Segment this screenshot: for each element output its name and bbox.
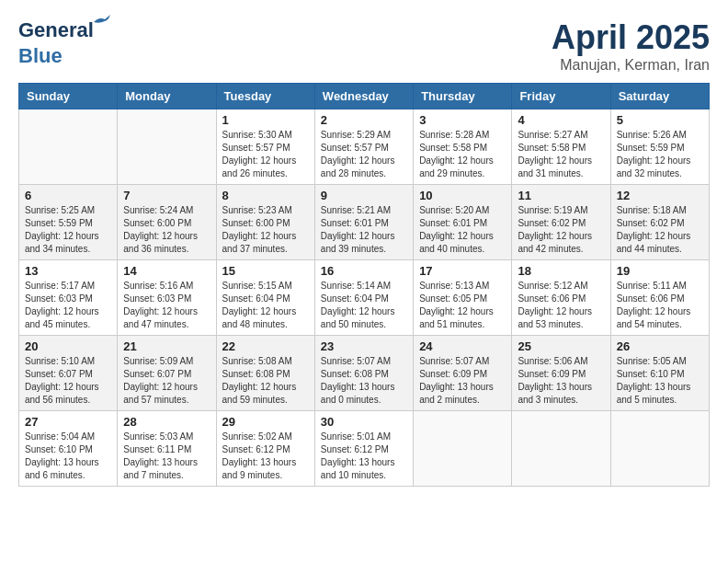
calendar-cell: 22Sunrise: 5:08 AM Sunset: 6:08 PM Dayli…: [216, 336, 314, 411]
day-number: 8: [222, 189, 309, 202]
day-number: 6: [25, 189, 111, 202]
logo: General Blue: [18, 18, 94, 68]
calendar-cell: 23Sunrise: 5:07 AM Sunset: 6:08 PM Dayli…: [314, 336, 413, 411]
calendar-week-row: 1Sunrise: 5:30 AM Sunset: 5:57 PM Daylig…: [19, 109, 710, 185]
day-number: 22: [222, 339, 309, 353]
calendar-cell: 9Sunrise: 5:21 AM Sunset: 6:01 PM Daylig…: [314, 185, 413, 260]
calendar-header-thursday: Thursday: [414, 84, 512, 109]
calendar-cell: [512, 411, 610, 487]
day-info: Sunrise: 5:27 AM Sunset: 5:58 PM Dayligh…: [518, 129, 604, 180]
day-number: 26: [617, 339, 703, 353]
day-number: 11: [518, 189, 604, 202]
calendar-cell: 7Sunrise: 5:24 AM Sunset: 6:00 PM Daylig…: [118, 185, 216, 260]
calendar-cell: 28Sunrise: 5:03 AM Sunset: 6:11 PM Dayli…: [118, 411, 216, 487]
day-number: 9: [321, 189, 407, 202]
day-info: Sunrise: 5:09 AM Sunset: 6:07 PM Dayligh…: [123, 355, 210, 407]
day-info: Sunrise: 5:18 AM Sunset: 6:02 PM Dayligh…: [617, 204, 703, 256]
calendar-cell: 10Sunrise: 5:20 AM Sunset: 6:01 PM Dayli…: [414, 185, 512, 260]
day-info: Sunrise: 5:08 AM Sunset: 6:08 PM Dayligh…: [222, 355, 309, 407]
calendar-header-saturday: Saturday: [610, 84, 709, 109]
calendar-cell: 14Sunrise: 5:16 AM Sunset: 6:03 PM Dayli…: [118, 260, 216, 336]
calendar-cell: 15Sunrise: 5:15 AM Sunset: 6:04 PM Dayli…: [216, 260, 314, 336]
day-number: 12: [617, 189, 703, 202]
logo-blue: Blue: [18, 44, 63, 68]
calendar-header-wednesday: Wednesday: [314, 84, 413, 109]
day-info: Sunrise: 5:29 AM Sunset: 5:57 PM Dayligh…: [321, 129, 407, 180]
day-info: Sunrise: 5:23 AM Sunset: 6:00 PM Dayligh…: [222, 204, 309, 256]
calendar-cell: 5Sunrise: 5:26 AM Sunset: 5:59 PM Daylig…: [610, 109, 709, 185]
day-info: Sunrise: 5:25 AM Sunset: 5:59 PM Dayligh…: [25, 204, 111, 256]
calendar-cell: 11Sunrise: 5:19 AM Sunset: 6:02 PM Dayli…: [512, 185, 610, 260]
calendar-cell: 19Sunrise: 5:11 AM Sunset: 6:06 PM Dayli…: [610, 260, 709, 336]
calendar-cell: 24Sunrise: 5:07 AM Sunset: 6:09 PM Dayli…: [414, 336, 512, 411]
calendar-week-row: 20Sunrise: 5:10 AM Sunset: 6:07 PM Dayli…: [19, 336, 710, 411]
day-info: Sunrise: 5:01 AM Sunset: 6:12 PM Dayligh…: [321, 431, 407, 482]
day-info: Sunrise: 5:07 AM Sunset: 6:08 PM Dayligh…: [321, 355, 407, 407]
calendar-week-row: 6Sunrise: 5:25 AM Sunset: 5:59 PM Daylig…: [19, 185, 710, 260]
calendar-cell: 1Sunrise: 5:30 AM Sunset: 5:57 PM Daylig…: [216, 109, 314, 185]
day-info: Sunrise: 5:28 AM Sunset: 5:58 PM Dayligh…: [419, 129, 506, 180]
day-info: Sunrise: 5:03 AM Sunset: 6:11 PM Dayligh…: [123, 431, 210, 482]
calendar-cell: [610, 411, 709, 487]
calendar-cell: 8Sunrise: 5:23 AM Sunset: 6:00 PM Daylig…: [216, 185, 314, 260]
calendar-header-monday: Monday: [118, 84, 216, 109]
day-number: 20: [25, 339, 111, 353]
calendar-cell: 12Sunrise: 5:18 AM Sunset: 6:02 PM Dayli…: [610, 185, 709, 260]
month-title: April 2025: [552, 18, 710, 57]
calendar-cell: 17Sunrise: 5:13 AM Sunset: 6:05 PM Dayli…: [414, 260, 512, 336]
calendar-cell: 18Sunrise: 5:12 AM Sunset: 6:06 PM Dayli…: [512, 260, 610, 336]
day-number: 3: [419, 113, 506, 127]
day-info: Sunrise: 5:20 AM Sunset: 6:01 PM Dayligh…: [419, 204, 506, 256]
calendar-cell: 16Sunrise: 5:14 AM Sunset: 6:04 PM Dayli…: [314, 260, 413, 336]
day-number: 27: [25, 415, 111, 429]
day-number: 14: [123, 264, 210, 278]
calendar-header-friday: Friday: [512, 84, 610, 109]
day-number: 19: [617, 264, 703, 278]
day-number: 29: [222, 415, 309, 429]
calendar-cell: [118, 109, 216, 185]
calendar-cell: 27Sunrise: 5:04 AM Sunset: 6:10 PM Dayli…: [19, 411, 118, 487]
day-number: 21: [123, 339, 210, 353]
day-info: Sunrise: 5:13 AM Sunset: 6:05 PM Dayligh…: [419, 280, 506, 331]
calendar-cell: 21Sunrise: 5:09 AM Sunset: 6:07 PM Dayli…: [118, 336, 216, 411]
day-number: 4: [518, 113, 604, 127]
day-number: 5: [617, 113, 703, 127]
day-number: 18: [518, 264, 604, 278]
day-info: Sunrise: 5:11 AM Sunset: 6:06 PM Dayligh…: [617, 280, 703, 331]
day-number: 24: [419, 339, 506, 353]
calendar-cell: 26Sunrise: 5:05 AM Sunset: 6:10 PM Dayli…: [610, 336, 709, 411]
day-info: Sunrise: 5:17 AM Sunset: 6:03 PM Dayligh…: [25, 280, 111, 331]
location: Manujan, Kerman, Iran: [552, 57, 710, 74]
day-info: Sunrise: 5:07 AM Sunset: 6:09 PM Dayligh…: [419, 355, 506, 407]
day-info: Sunrise: 5:15 AM Sunset: 6:04 PM Dayligh…: [222, 280, 309, 331]
logo-bird-icon: [92, 15, 110, 28]
calendar-cell: 4Sunrise: 5:27 AM Sunset: 5:58 PM Daylig…: [512, 109, 610, 185]
day-info: Sunrise: 5:02 AM Sunset: 6:12 PM Dayligh…: [222, 431, 309, 482]
calendar-week-row: 27Sunrise: 5:04 AM Sunset: 6:10 PM Dayli…: [19, 411, 710, 487]
page-header: General Blue April 2025 Manujan, Kerman,…: [18, 18, 710, 74]
day-info: Sunrise: 5:26 AM Sunset: 5:59 PM Dayligh…: [617, 129, 703, 180]
day-info: Sunrise: 5:21 AM Sunset: 6:01 PM Dayligh…: [321, 204, 407, 256]
day-info: Sunrise: 5:05 AM Sunset: 6:10 PM Dayligh…: [617, 355, 703, 407]
calendar-header-row: SundayMondayTuesdayWednesdayThursdayFrid…: [19, 84, 710, 109]
calendar-cell: 29Sunrise: 5:02 AM Sunset: 6:12 PM Dayli…: [216, 411, 314, 487]
calendar-week-row: 13Sunrise: 5:17 AM Sunset: 6:03 PM Dayli…: [19, 260, 710, 336]
calendar-cell: 13Sunrise: 5:17 AM Sunset: 6:03 PM Dayli…: [19, 260, 118, 336]
calendar-cell: 6Sunrise: 5:25 AM Sunset: 5:59 PM Daylig…: [19, 185, 118, 260]
calendar-cell: [19, 109, 118, 185]
day-number: 23: [321, 339, 407, 353]
day-number: 28: [123, 415, 210, 429]
day-number: 2: [321, 113, 407, 127]
calendar-cell: 30Sunrise: 5:01 AM Sunset: 6:12 PM Dayli…: [314, 411, 413, 487]
calendar-cell: 20Sunrise: 5:10 AM Sunset: 6:07 PM Dayli…: [19, 336, 118, 411]
day-number: 13: [25, 264, 111, 278]
day-number: 16: [321, 264, 407, 278]
day-info: Sunrise: 5:12 AM Sunset: 6:06 PM Dayligh…: [518, 280, 604, 331]
day-info: Sunrise: 5:30 AM Sunset: 5:57 PM Dayligh…: [222, 129, 309, 180]
day-number: 1: [222, 113, 309, 127]
day-number: 17: [419, 264, 506, 278]
day-info: Sunrise: 5:04 AM Sunset: 6:10 PM Dayligh…: [25, 431, 111, 482]
day-number: 10: [419, 189, 506, 202]
calendar-cell: [414, 411, 512, 487]
calendar-cell: 3Sunrise: 5:28 AM Sunset: 5:58 PM Daylig…: [414, 109, 512, 185]
